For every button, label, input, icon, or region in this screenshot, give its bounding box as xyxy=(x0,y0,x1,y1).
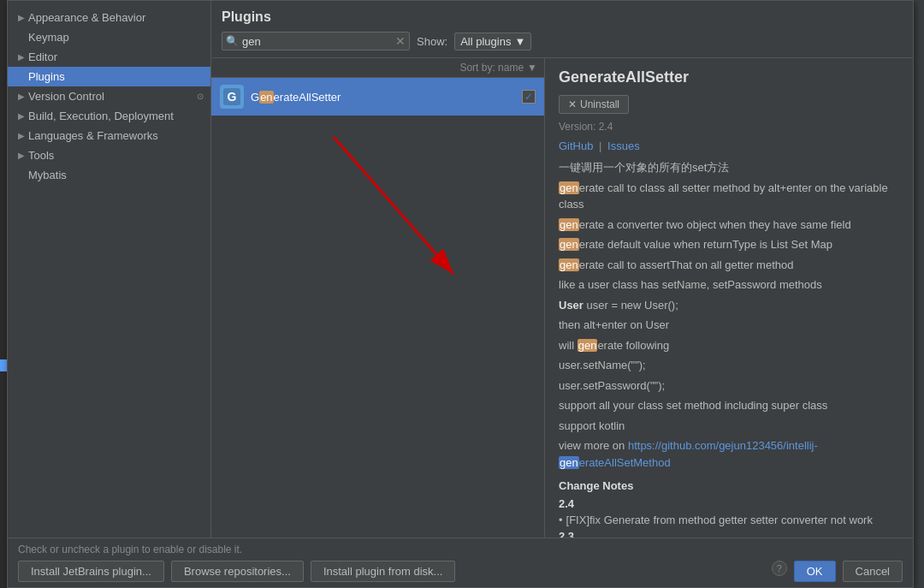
plugin-detail-title: GenerateAllSetter xyxy=(559,68,899,86)
gen-url-highlight: gen xyxy=(559,456,579,469)
footer-buttons: Install JetBrains plugin... Browse repos… xyxy=(18,561,903,582)
github-url-link[interactable]: https://github.com/gejun123456/intellij-… xyxy=(559,439,818,469)
plugin-item-generateallsetter[interactable]: G GenerateAllSetter ✓ xyxy=(211,78,544,116)
plugin-checkbox[interactable]: ✓ xyxy=(522,90,536,104)
nav-item-keymap[interactable]: Keymap xyxy=(8,27,210,47)
arrow-icon: ▶ xyxy=(18,92,25,101)
svg-text:G: G xyxy=(228,90,237,104)
desc-line-8: then alt+enter on User xyxy=(559,317,899,334)
nav-panel: ▶ Appearance & Behavior Keymap ▶ Editor … xyxy=(8,1,211,538)
editor-strip xyxy=(0,0,7,588)
cancel-button[interactable]: Cancel xyxy=(843,561,903,582)
gen-highlight: gen xyxy=(559,258,579,271)
version-24: 2.4 xyxy=(559,497,899,510)
dropdown-arrow-icon: ▼ xyxy=(514,35,525,48)
uninstall-icon: ✕ xyxy=(568,98,577,110)
show-value: All plugins xyxy=(460,35,511,48)
plugins-toolbar: 🔍 ✕ Show: All plugins ▼ xyxy=(222,32,903,50)
sort-arrow-icon: ▼ xyxy=(527,62,537,74)
dialog-content: ▶ Appearance & Behavior Keymap ▶ Editor … xyxy=(8,1,913,538)
pipe-separator: | xyxy=(599,140,601,152)
show-label: Show: xyxy=(417,35,447,48)
github-link[interactable]: GitHub xyxy=(559,140,593,152)
main-area: Plugins 🔍 ✕ Show: All plugins ▼ xyxy=(211,1,913,538)
editor-strip-marker xyxy=(0,359,7,371)
uninstall-label: Uninstall xyxy=(580,98,619,110)
gen-bullet-highlight: Gen xyxy=(604,514,625,526)
desc-line-9: will generate following xyxy=(559,337,899,354)
desc-line-4: generate default value when returnType i… xyxy=(559,236,899,253)
bullet-dot: • xyxy=(559,514,563,526)
bold-user: User xyxy=(559,299,583,312)
desc-line-1: 一键调用一个对象的所有的set方法 xyxy=(559,159,899,176)
plugin-detail: GenerateAllSetter ✕ Uninstall Version: 2… xyxy=(545,58,913,538)
desc-line-7: User user = new User(); xyxy=(559,297,899,314)
arrow-icon: ▶ xyxy=(18,13,25,22)
search-icon: 🔍 xyxy=(226,35,239,47)
highlight-span: en xyxy=(259,91,273,104)
show-dropdown[interactable]: All plugins ▼ xyxy=(454,33,531,50)
nav-item-label: Version Control xyxy=(28,90,104,103)
plugins-title: Plugins xyxy=(222,9,903,25)
footer-right-buttons: ? OK Cancel xyxy=(772,561,903,582)
nav-item-label: Editor xyxy=(28,50,57,63)
nav-item-label: Tools xyxy=(28,149,54,162)
version-text: Version: 2.4 xyxy=(559,121,899,133)
browse-repos-button[interactable]: Browse repositories... xyxy=(171,561,304,582)
nav-item-appearance[interactable]: ▶ Appearance & Behavior xyxy=(8,8,210,27)
arrow-icon: ▶ xyxy=(18,151,25,160)
nav-item-tools[interactable]: ▶ Tools xyxy=(8,146,210,165)
clear-icon[interactable]: ✕ xyxy=(395,34,406,48)
gen-highlight: gen xyxy=(559,181,579,194)
plugin-item-name: GenerateAllSetter xyxy=(251,91,522,104)
nav-item-label: Keymap xyxy=(28,31,69,44)
version-23: 2.3 xyxy=(559,530,899,538)
ok-button[interactable]: OK xyxy=(794,561,836,582)
desc-line-12: support all your class set method includ… xyxy=(559,397,899,414)
arrow-icon: ▶ xyxy=(18,131,25,140)
nav-item-build[interactable]: ▶ Build, Execution, Deployment xyxy=(8,106,210,126)
desc-line-11: user.setPassword(""); xyxy=(559,377,899,395)
nav-item-plugins[interactable]: Plugins xyxy=(8,67,210,86)
footer: Check or uncheck a plugin to enable or d… xyxy=(8,538,913,587)
nav-item-label: Languages & Frameworks xyxy=(28,129,158,142)
nav-item-label: Appearance & Behavior xyxy=(28,11,145,24)
links-row: GitHub | Issues xyxy=(559,140,899,152)
change-notes-title: Change Notes xyxy=(559,479,899,492)
help-icon[interactable]: ? xyxy=(772,561,787,576)
plugin-icon: G xyxy=(220,85,244,109)
settings-dialog: ▶ Appearance & Behavior Keymap ▶ Editor … xyxy=(7,0,914,588)
issues-link[interactable]: Issues xyxy=(607,140,640,152)
nav-item-editor[interactable]: ▶ Editor xyxy=(8,47,210,67)
desc-viewmore: view more on https://github.com/gejun123… xyxy=(559,437,899,471)
desc-line-5: generate call to assertThat on all gette… xyxy=(559,257,899,274)
gen-highlight: gen xyxy=(559,238,579,251)
bullet-text-1: [FIX]fix Generate from method getter set… xyxy=(566,514,873,526)
desc-line-6: like a user class has setName, setPasswo… xyxy=(559,276,899,294)
desc-line-3: generate a converter two object when the… xyxy=(559,217,899,234)
desc-line-10: user.setName(""); xyxy=(559,357,899,374)
footer-left-buttons: Install JetBrains plugin... Browse repos… xyxy=(18,561,455,582)
gen-highlight: gen xyxy=(578,339,598,352)
footer-hint: Check or uncheck a plugin to enable or d… xyxy=(18,543,903,555)
nav-item-label: Build, Execution, Deployment xyxy=(28,110,174,122)
plugins-header: Plugins 🔍 ✕ Show: All plugins ▼ xyxy=(211,1,913,58)
install-jetbrains-button[interactable]: Install JetBrains plugin... xyxy=(18,561,164,582)
sort-bar[interactable]: Sort by: name ▼ xyxy=(211,58,544,78)
plugin-list-section: Sort by: name ▼ G GenerateAl xyxy=(211,58,913,538)
badge-icon: ⊙ xyxy=(197,92,204,101)
bullet-item-1: • [FIX]fix Generate from method getter s… xyxy=(559,514,899,526)
arrow-icon: ▶ xyxy=(18,52,25,62)
sort-label: Sort by: name xyxy=(459,62,524,74)
gen-highlight: gen xyxy=(559,218,579,231)
uninstall-button[interactable]: ✕ Uninstall xyxy=(559,95,629,114)
desc-line-2: generate call to class all setter method… xyxy=(559,180,899,213)
search-box[interactable]: 🔍 ✕ xyxy=(222,32,410,50)
nav-item-label: Plugins xyxy=(28,70,65,83)
nav-item-languages[interactable]: ▶ Languages & Frameworks xyxy=(8,126,210,146)
nav-item-version-control[interactable]: ▶ Version Control ⊙ xyxy=(8,86,210,106)
nav-item-mybatis[interactable]: Mybatis xyxy=(8,165,210,185)
search-input[interactable] xyxy=(242,35,395,48)
nav-item-label: Mybatis xyxy=(28,169,67,181)
install-disk-button[interactable]: Install plugin from disk... xyxy=(311,561,455,582)
